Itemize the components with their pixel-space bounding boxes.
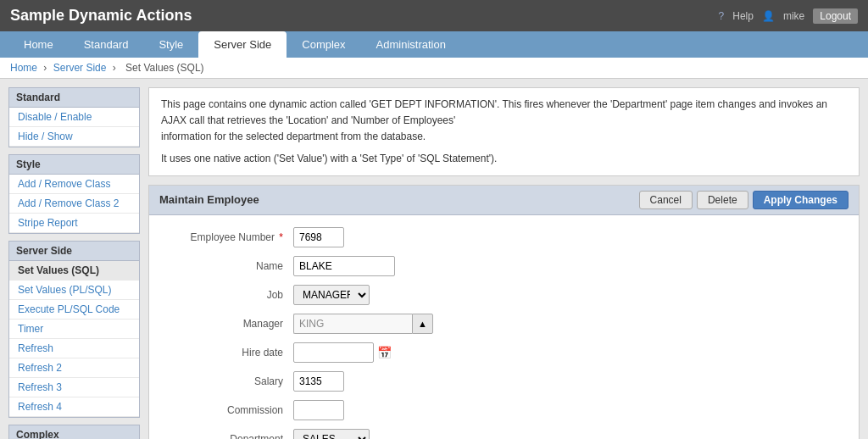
sidebar-item-refresh3[interactable]: Refresh 3 (9, 378, 139, 397)
hire-date-input[interactable] (293, 342, 374, 363)
job-label: Job (166, 289, 293, 301)
sidebar-item-refresh4[interactable]: Refresh 4 (9, 397, 139, 417)
sidebar-item-add-remove-class2[interactable]: Add / Remove Class 2 (9, 194, 139, 214)
commission-label: Commission (166, 404, 293, 416)
form-buttons: Cancel Delete Apply Changes (639, 191, 849, 209)
tab-server-side[interactable]: Server Side (198, 31, 287, 58)
sidebar-item-stripe-report[interactable]: Stripe Report (9, 214, 139, 233)
sidebar-section-complex: Complex (8, 425, 140, 439)
apply-changes-button[interactable]: Apply Changes (753, 191, 849, 209)
info-box: This page contains one dynamic action ca… (148, 87, 860, 176)
cancel-button[interactable]: Cancel (639, 191, 693, 209)
breadcrumb-server-side[interactable]: Server Side (53, 62, 107, 74)
breadcrumb: Home › Server Side › Set Values (SQL) (0, 58, 868, 79)
department-row: Department SALES ACCOUNTING RESEARCH OPE… (166, 429, 842, 439)
info-line2: information for the selected department … (161, 129, 847, 145)
sidebar-item-hide-show[interactable]: Hide / Show (9, 127, 139, 147)
help-icon: ? (719, 10, 725, 22)
tab-style[interactable]: Style (143, 31, 198, 58)
sidebar-item-execute-plsql[interactable]: Execute PL/SQL Code (9, 300, 139, 320)
info-line3: It uses one native action ('Set Value') … (161, 151, 847, 167)
sidebar-server-side-items: Set Values (SQL) Set Values (PL/SQL) Exe… (8, 261, 140, 418)
hire-date-row: Hire date 📅 (166, 342, 842, 363)
manager-input-wrap: ▲ (293, 314, 433, 334)
salary-row: Salary (166, 371, 842, 392)
job-select[interactable]: MANAGER CLERK SALESMAN ANALYST PRESIDENT (293, 285, 370, 305)
sidebar-section-server-side: Server Side (8, 241, 140, 261)
sidebar-item-set-values-sql[interactable]: Set Values (SQL) (9, 261, 139, 281)
logout-button[interactable]: Logout (813, 8, 858, 24)
department-select[interactable]: SALES ACCOUNTING RESEARCH OPERATIONS (293, 429, 370, 439)
employee-number-row: Employee Number * (166, 227, 842, 247)
sidebar-style-items: Add / Remove Class Add / Remove Class 2 … (8, 175, 140, 234)
employee-form: Maintain Employee Cancel Delete Apply Ch… (148, 185, 860, 439)
commission-row: Commission (166, 400, 842, 420)
name-label: Name (166, 260, 293, 272)
sidebar-section-standard: Standard (8, 87, 140, 108)
form-title: Maintain Employee (159, 193, 259, 206)
user-icon: 👤 (762, 10, 775, 22)
hire-date-wrap: 📅 (293, 342, 392, 363)
manager-label: Manager (166, 318, 293, 330)
sidebar: Standard Disable / Enable Hide / Show St… (8, 87, 140, 439)
calendar-button[interactable]: 📅 (377, 346, 392, 359)
employee-number-input[interactable] (293, 227, 344, 247)
help-link[interactable]: Help (732, 10, 754, 22)
info-line1: This page contains one dynamic action ca… (161, 97, 847, 129)
manager-popup-button[interactable]: ▲ (412, 314, 433, 334)
sidebar-item-refresh[interactable]: Refresh (9, 339, 139, 358)
job-row: Job MANAGER CLERK SALESMAN ANALYST PRESI… (166, 285, 842, 305)
sidebar-standard-items: Disable / Enable Hide / Show (8, 108, 140, 147)
department-label: Department (166, 433, 293, 439)
sidebar-item-refresh2[interactable]: Refresh 2 (9, 358, 139, 378)
manager-row: Manager ▲ (166, 314, 842, 334)
tab-complex[interactable]: Complex (287, 31, 360, 58)
sidebar-item-disable-enable[interactable]: Disable / Enable (9, 108, 139, 127)
delete-button[interactable]: Delete (697, 191, 748, 209)
salary-input[interactable] (293, 371, 344, 392)
breadcrumb-current: Set Values (SQL) (125, 62, 203, 74)
sidebar-section-style: Style (8, 154, 140, 175)
sidebar-item-set-values-plsql[interactable]: Set Values (PL/SQL) (9, 281, 139, 300)
breadcrumb-home[interactable]: Home (10, 62, 37, 74)
username: mike (783, 10, 804, 22)
employee-number-label: Employee Number * (166, 231, 293, 243)
sidebar-item-timer[interactable]: Timer (9, 320, 139, 339)
name-input[interactable] (293, 256, 395, 276)
name-row: Name (166, 256, 842, 276)
app-title: Sample Dynamic Actions (10, 7, 192, 25)
tab-home[interactable]: Home (8, 31, 69, 58)
hire-date-label: Hire date (166, 347, 293, 358)
nav-tabs: Home Standard Style Server Side Complex … (0, 31, 868, 58)
salary-label: Salary (166, 375, 293, 387)
commission-input[interactable] (293, 400, 344, 420)
tab-standard[interactable]: Standard (69, 31, 144, 58)
manager-input[interactable] (293, 314, 412, 334)
tab-administration[interactable]: Administration (361, 31, 461, 58)
sidebar-item-add-remove-class[interactable]: Add / Remove Class (9, 175, 139, 194)
